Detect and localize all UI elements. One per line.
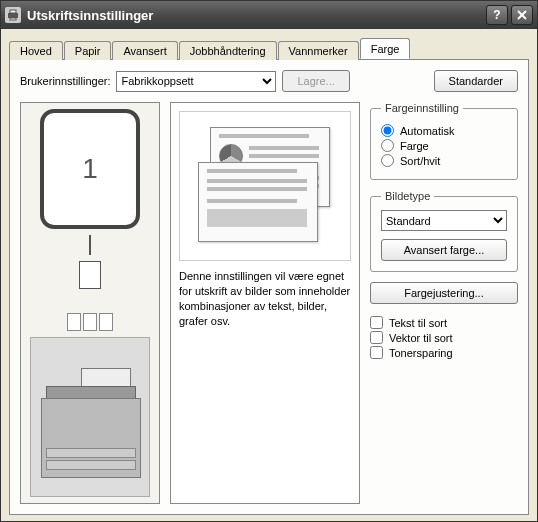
- radio-label: Automatisk: [400, 125, 454, 137]
- tab-label: Jobbhåndtering: [190, 45, 266, 57]
- check-tonersparing-input[interactable]: [370, 346, 383, 359]
- svg-rect-2: [10, 18, 16, 20]
- description-column: Denne innstillingen vil være egnet for u…: [170, 102, 360, 504]
- check-tekst-til-sort-input[interactable]: [370, 316, 383, 329]
- check-tonersparing[interactable]: Tonersparing: [370, 346, 518, 359]
- pages-mini-icon: [67, 313, 113, 331]
- check-tekst-til-sort[interactable]: Tekst til sort: [370, 316, 518, 329]
- check-label: Tekst til sort: [389, 317, 447, 329]
- svg-rect-0: [8, 13, 18, 18]
- tab-farge[interactable]: Farge: [360, 38, 411, 59]
- tab-jobbhandtering[interactable]: Jobbhåndtering: [179, 41, 277, 60]
- tab-label: Avansert: [123, 45, 166, 57]
- tab-panel-farge: Brukerinnstillinger: Fabrikkoppsett Lagr…: [9, 59, 529, 515]
- radio-label: Sort/hvit: [400, 155, 440, 167]
- window-title: Utskriftsinnstillinger: [27, 8, 483, 23]
- color-radio-farge[interactable]: Farge: [381, 139, 507, 152]
- user-settings-combo[interactable]: Fabrikkoppsett: [116, 71, 276, 92]
- client-area: Hoved Papir Avansert Jobbhåndtering Vann…: [1, 29, 537, 522]
- tab-strip: Hoved Papir Avansert Jobbhåndtering Vann…: [9, 37, 529, 59]
- tab-avansert[interactable]: Avansert: [112, 41, 177, 60]
- svg-rect-1: [10, 10, 16, 13]
- advanced-color-button[interactable]: Avansert farge...: [381, 239, 507, 261]
- user-settings-row: Brukerinnstillinger: Fabrikkoppsett Lagr…: [20, 70, 518, 92]
- tab-label: Hoved: [20, 45, 52, 57]
- titlebar: Utskriftsinnstillinger ?: [1, 1, 537, 29]
- print-settings-window: Utskriftsinnstillinger ? Hoved Papir Ava…: [0, 0, 538, 522]
- tab-label: Vannmerker: [289, 45, 348, 57]
- user-settings-label: Brukerinnstillinger:: [20, 75, 110, 87]
- image-type-group: Bildetype Standard Avansert farge...: [370, 190, 518, 272]
- radio-label: Farge: [400, 140, 429, 152]
- color-adjustment-button[interactable]: Fargejustering...: [370, 282, 518, 304]
- color-radio-automatisk[interactable]: Automatisk: [381, 124, 507, 137]
- printer-illustration: [30, 337, 150, 497]
- tab-papir[interactable]: Papir: [64, 41, 112, 60]
- defaults-button[interactable]: Standarder: [434, 70, 518, 92]
- tab-label: Farge: [371, 43, 400, 55]
- mini-doc-icon: [79, 261, 101, 289]
- check-vektor-til-sort-input[interactable]: [370, 331, 383, 344]
- tab-vannmerker[interactable]: Vannmerker: [278, 41, 359, 60]
- printer-app-icon: [5, 7, 21, 23]
- page-preview: 1: [40, 109, 140, 229]
- image-type-legend: Bildetype: [381, 190, 434, 202]
- close-window-button[interactable]: [511, 5, 533, 25]
- description-text: Denne innstillingen vil være egnet for u…: [179, 269, 351, 328]
- connector-line: [89, 235, 91, 255]
- check-label: Vektor til sort: [389, 332, 453, 344]
- sample-pages-illustration: [179, 111, 351, 261]
- save-button[interactable]: Lagre...: [282, 70, 349, 92]
- color-radio-automatisk-input[interactable]: [381, 124, 394, 137]
- tab-hoved[interactable]: Hoved: [9, 41, 63, 60]
- settings-column: Fargeinnstilling Automatisk Farge Sort/h…: [370, 102, 518, 504]
- main-row: 1: [20, 102, 518, 504]
- color-radio-sorthvit[interactable]: Sort/hvit: [381, 154, 507, 167]
- check-label: Tonersparing: [389, 347, 453, 359]
- preview-column: 1: [20, 102, 160, 504]
- color-radio-sorthvit-input[interactable]: [381, 154, 394, 167]
- check-vektor-til-sort[interactable]: Vektor til sort: [370, 331, 518, 344]
- color-setting-group: Fargeinnstilling Automatisk Farge Sort/h…: [370, 102, 518, 180]
- tab-label: Papir: [75, 45, 101, 57]
- checkbox-list: Tekst til sort Vektor til sort Tonerspar…: [370, 314, 518, 361]
- help-window-button[interactable]: ?: [486, 5, 508, 25]
- page-number: 1: [82, 153, 98, 185]
- image-type-combo[interactable]: Standard: [381, 210, 507, 231]
- color-radio-farge-input[interactable]: [381, 139, 394, 152]
- color-setting-legend: Fargeinnstilling: [381, 102, 463, 114]
